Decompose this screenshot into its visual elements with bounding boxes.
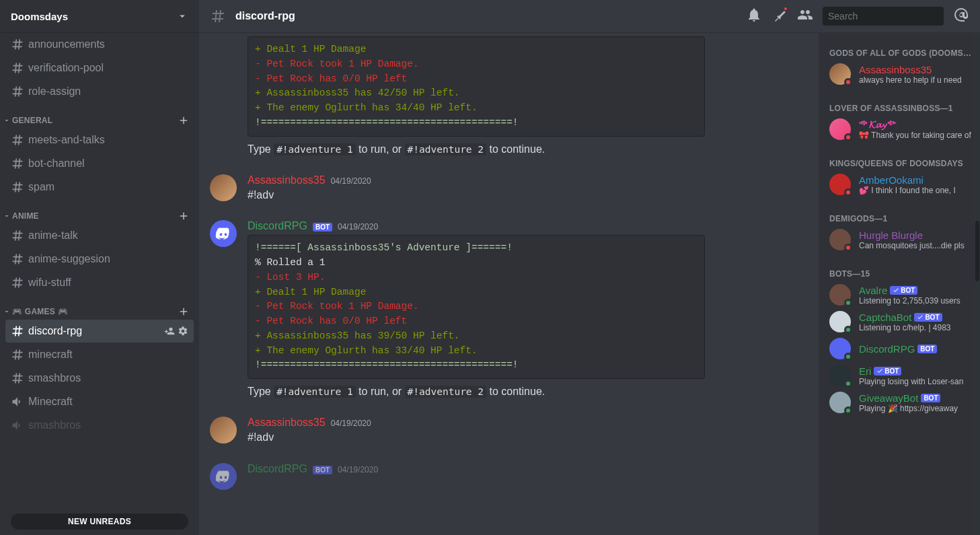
member-group-title: GODS OF ALL OF GODS (DOOMSDAYS): [829, 32, 975, 61]
chevron-down-icon: [3, 212, 11, 220]
channel-label: bot-channel: [28, 157, 188, 170]
timestamp: 04/19/2020: [338, 465, 378, 474]
member-group-title: LOVER OF ASSASSINBOSS—1: [829, 87, 975, 116]
hash-icon: [11, 61, 24, 75]
add-user-icon[interactable]: [164, 326, 175, 336]
chevron-down-icon: [176, 10, 188, 22]
bot-tag: BOT: [917, 345, 937, 353]
member-group-title: BOTS—15: [829, 253, 975, 281]
channel-item[interactable]: Minecraft: [5, 390, 194, 413]
channel-item[interactable]: discord-rpg: [5, 320, 194, 343]
member-group-title: DEMIGODS—1: [829, 198, 975, 226]
unread-label: NEW UNREADS: [68, 517, 131, 526]
channel-item[interactable]: anime-talk: [5, 224, 194, 247]
avatar: [829, 365, 851, 386]
channel-category-header[interactable]: ANIME: [0, 199, 199, 223]
member-item[interactable]: AmberOokami💕 I think I found the one, I: [829, 171, 975, 198]
timestamp: 04/19/2020: [338, 222, 378, 231]
category-label: GENERAL: [12, 116, 52, 125]
member-item[interactable]: GiveawayBot BOTPlaying 🎉 https://giveawa…: [829, 389, 975, 416]
member-name: GiveawayBot BOT: [859, 392, 975, 404]
channel-label: smashbros: [28, 419, 188, 431]
channel-item[interactable]: verification-pool: [5, 57, 194, 79]
message-text: #!adv: [248, 188, 797, 203]
member-name: Hurgle Blurgle: [859, 229, 975, 241]
member-list: GODS OF ALL OF GODS (DOOMSDAYS)Assassinb…: [819, 32, 980, 535]
channel-item[interactable]: smashbros: [5, 414, 194, 437]
member-item[interactable]: Eri BOTPlaying losing with Loser-san: [829, 362, 975, 389]
channel-item[interactable]: bot-channel: [5, 152, 194, 175]
author-name[interactable]: Assassinboss35: [248, 417, 326, 429]
status-indicator: [844, 380, 852, 388]
chevron-down-icon: [3, 308, 11, 316]
inline-code: #!adventure 1: [274, 386, 356, 398]
code-block: !======[ Assassinboss35's Adventure ]===…: [248, 235, 705, 379]
scrollbar-thumb[interactable]: [975, 221, 979, 281]
channel-item[interactable]: announcements: [5, 33, 194, 56]
channel-label: anime-talk: [28, 229, 188, 242]
hash-icon: [11, 252, 24, 266]
timestamp: 04/19/2020: [331, 419, 371, 428]
bot-tag: BOT: [914, 313, 942, 322]
bot-tag: BOT: [313, 466, 332, 474]
author-name[interactable]: DiscordRPG: [248, 220, 307, 232]
inline-code: #!adventure 2: [405, 386, 487, 398]
search-input[interactable]: [828, 11, 946, 22]
channel-label: discord-rpg: [28, 325, 164, 337]
member-list-toggle[interactable]: [797, 7, 813, 26]
member-status-text: Listening to 2,755,039 users: [859, 296, 975, 306]
channel-item[interactable]: role-assign: [5, 80, 194, 103]
channel-category-header[interactable]: GENERAL: [0, 104, 199, 128]
channel-item[interactable]: anime-suggesion: [5, 248, 194, 271]
member-item[interactable]: DiscordRPG BOT: [829, 335, 975, 362]
avatar[interactable]: [210, 220, 237, 247]
avatar[interactable]: [210, 174, 237, 201]
notifications-button[interactable]: [746, 7, 762, 26]
author-name[interactable]: DiscordRPG: [248, 463, 307, 475]
channel-item[interactable]: minecraft: [5, 343, 194, 366]
member-item[interactable]: ༺𝓚𝓪𝔂༻🎀 Thank you for taking care of: [829, 116, 975, 143]
hash-icon: [11, 324, 24, 338]
inline-code: #!adventure 2: [405, 143, 487, 155]
channel-item[interactable]: smashbros: [5, 367, 194, 390]
member-item[interactable]: Avalre BOTListening to 2,755,039 users: [829, 281, 975, 308]
member-status-text: 💕 I think I found the one, I: [859, 186, 975, 195]
status-indicator: [844, 188, 852, 197]
search-box[interactable]: [823, 7, 944, 26]
avatar: [829, 63, 851, 85]
channel-item[interactable]: meets-and-talks: [5, 129, 194, 151]
plus-icon[interactable]: [178, 114, 190, 127]
channel-sidebar: Doomsdays announcementsverification-pool…: [0, 0, 199, 535]
member-name: Avalre BOT: [859, 285, 975, 296]
speaker-icon: [11, 419, 24, 432]
gear-icon[interactable]: [178, 326, 188, 336]
message-text: Type #!adventure 1 to run, or #!adventur…: [248, 142, 797, 157]
guild-header[interactable]: Doomsdays: [0, 0, 199, 32]
message: + Dealt 1 HP Damage - Pet Rock took 1 HP…: [199, 32, 808, 158]
plus-icon[interactable]: [178, 210, 190, 222]
member-name: ༺𝓚𝓪𝔂༻: [859, 118, 975, 131]
avatar[interactable]: [210, 463, 237, 490]
pinned-button[interactable]: [771, 7, 788, 26]
people-icon: [797, 7, 813, 23]
channel-label: Minecraft: [28, 396, 188, 408]
member-status-text: Playing losing with Loser-san: [859, 377, 975, 386]
channel-label: announcements: [28, 38, 188, 50]
mentions-button[interactable]: [953, 7, 969, 26]
avatar: [829, 284, 851, 306]
member-item[interactable]: CaptchaBot BOTListening to c/help. | 498…: [829, 308, 975, 335]
plus-icon[interactable]: [178, 306, 190, 318]
channel-category-header[interactable]: 🎮 GAMES 🎮: [0, 295, 199, 319]
messages-container: + Dealt 1 HP Damage - Pet Rock took 1 HP…: [199, 32, 819, 535]
channel-item[interactable]: wifu-stuff: [5, 271, 194, 294]
channel-item[interactable]: spam: [5, 176, 194, 199]
member-item[interactable]: Hurgle BlurgleCan mosquitoes just....die…: [829, 226, 975, 253]
status-indicator: [844, 406, 852, 415]
member-item[interactable]: Assassinboss35always here to help if u n…: [829, 61, 975, 87]
author-name[interactable]: Assassinboss35: [248, 174, 326, 186]
new-unreads-pill[interactable]: NEW UNREADS: [11, 513, 188, 530]
avatar[interactable]: [210, 417, 237, 443]
scrollbar-track[interactable]: [975, 32, 980, 535]
bot-tag: BOT: [890, 286, 917, 295]
avatar: [829, 229, 851, 250]
